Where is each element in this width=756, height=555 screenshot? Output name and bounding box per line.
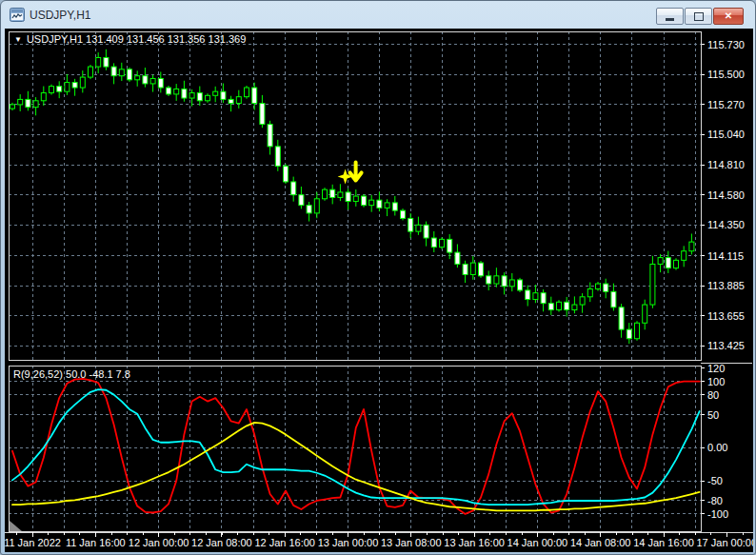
titlebar[interactable]: USDJPY,H1 ✕ bbox=[1, 1, 755, 29]
bear-candle bbox=[111, 67, 116, 76]
bear-candle bbox=[307, 206, 311, 213]
bull-candle bbox=[10, 105, 15, 109]
bear-candle bbox=[260, 104, 265, 125]
chevron-down-icon[interactable]: ▼ bbox=[14, 35, 22, 44]
bull-candle bbox=[470, 263, 475, 274]
time-tick-label: 13 Jan 00:00 bbox=[318, 537, 379, 548]
osc-tick-label: -80 bbox=[707, 495, 723, 506]
close-button[interactable]: ✕ bbox=[713, 8, 744, 25]
minimize-icon bbox=[666, 18, 674, 21]
bear-candle bbox=[487, 276, 491, 284]
bear-candle bbox=[362, 196, 367, 206]
time-tick-label: 12 Jan 00:00 bbox=[129, 537, 189, 548]
bull-candle bbox=[323, 189, 328, 199]
window-title: USDJPY,H1 bbox=[30, 9, 90, 22]
bull-candle bbox=[96, 57, 101, 67]
time-tick-label: 12 Jan 16:00 bbox=[254, 537, 315, 548]
bull-candle bbox=[557, 302, 562, 309]
bull-candle bbox=[314, 199, 319, 213]
time-tick-label: 12 Jan 08:00 bbox=[191, 537, 252, 548]
bear-candle bbox=[221, 91, 226, 99]
bear-candle bbox=[408, 218, 413, 231]
bull-candle bbox=[18, 99, 23, 104]
minimize-button[interactable] bbox=[656, 8, 684, 25]
bear-candle bbox=[518, 280, 523, 290]
bear-candle bbox=[299, 195, 304, 206]
indicator-label: R(9,26,52) 50.0 -48.1 7.8 bbox=[13, 368, 130, 380]
bear-candle bbox=[197, 93, 202, 101]
bear-candle bbox=[229, 99, 233, 103]
oscillator-line-mid bbox=[12, 389, 700, 505]
price-tick-label: 114.115 bbox=[707, 250, 744, 262]
bear-candle bbox=[431, 238, 436, 248]
bear-candle bbox=[627, 329, 631, 339]
chart-client-area[interactable]: 115.730115.500115.270115.040114.810114.5… bbox=[5, 29, 753, 552]
ohlc-header: ▼USDJPY,H1 131.409 131.456 131.356 131.3… bbox=[14, 33, 246, 45]
price-tick-label: 114.350 bbox=[707, 219, 745, 230]
bear-candle bbox=[158, 78, 163, 88]
bull-candle bbox=[119, 69, 124, 76]
pane-corner-triangle bbox=[10, 521, 22, 531]
indicator-pane-border bbox=[9, 366, 701, 531]
bear-candle bbox=[541, 293, 546, 304]
bear-candle bbox=[167, 88, 171, 94]
bull-candle bbox=[33, 101, 38, 108]
time-tick-label: 11 Jan 2022 bbox=[5, 537, 61, 548]
bear-candle bbox=[479, 263, 484, 276]
price-tick-label: 113.885 bbox=[707, 280, 745, 291]
bear-candle bbox=[128, 69, 132, 80]
time-tick-label: 14 Jan 16:00 bbox=[633, 537, 694, 548]
osc-tick-label: 120 bbox=[707, 363, 725, 374]
osc-tick-label: 50 bbox=[707, 409, 719, 421]
bull-candle bbox=[596, 284, 601, 288]
bull-candle bbox=[150, 78, 155, 83]
bear-candle bbox=[666, 258, 670, 268]
osc-tick-label: -50 bbox=[707, 475, 723, 486]
osc-tick-label: 0.00 bbox=[707, 442, 727, 453]
bear-candle bbox=[143, 76, 148, 84]
bull-candle bbox=[135, 76, 140, 80]
time-tick-label: 13 Jan 08:00 bbox=[381, 537, 442, 548]
bear-candle bbox=[463, 264, 468, 274]
bear-candle bbox=[182, 89, 187, 98]
bear-candle bbox=[330, 189, 335, 197]
bear-candle bbox=[604, 284, 608, 291]
bull-candle bbox=[650, 264, 655, 305]
bull-candle bbox=[689, 242, 694, 251]
bear-candle bbox=[346, 192, 350, 202]
bear-candle bbox=[252, 88, 257, 103]
bull-candle bbox=[416, 225, 421, 231]
bear-candle bbox=[104, 57, 109, 67]
bull-candle bbox=[587, 289, 592, 297]
price-tick-label: 115.040 bbox=[707, 129, 745, 140]
bear-candle bbox=[72, 83, 77, 88]
bull-candle bbox=[385, 203, 389, 208]
bull-candle bbox=[682, 251, 686, 261]
time-tick-label: 14 Jan 00:00 bbox=[507, 537, 568, 548]
bull-candle bbox=[41, 93, 46, 101]
restore-icon bbox=[694, 12, 704, 21]
main-pane-border bbox=[9, 31, 701, 360]
bull-candle bbox=[635, 323, 640, 338]
ohlc-text: USDJPY,H1 131.409 131.456 131.356 131.36… bbox=[27, 33, 246, 45]
close-icon: ✕ bbox=[725, 11, 732, 21]
bull-candle bbox=[65, 83, 70, 92]
bear-candle bbox=[401, 210, 406, 218]
time-tick-label: 14 Jan 08:00 bbox=[570, 537, 631, 548]
price-tick-label: 113.655 bbox=[707, 310, 745, 322]
bear-candle bbox=[275, 147, 280, 167]
bull-candle bbox=[174, 89, 179, 93]
restore-button[interactable] bbox=[685, 8, 712, 25]
price-tick-label: 115.500 bbox=[707, 69, 745, 80]
chart-canvas[interactable]: 115.730115.500115.270115.040114.810114.5… bbox=[5, 29, 753, 552]
bull-candle bbox=[245, 88, 249, 97]
bull-candle bbox=[338, 192, 343, 197]
bear-candle bbox=[424, 225, 428, 238]
bull-candle bbox=[89, 67, 93, 77]
chart-window: USDJPY,H1 ✕ 115.730115.500115.270115.040… bbox=[0, 0, 756, 555]
bear-candle bbox=[392, 203, 397, 210]
bull-candle bbox=[440, 239, 445, 247]
osc-tick-label: 100 bbox=[707, 376, 725, 387]
bear-candle bbox=[502, 276, 507, 287]
bull-candle bbox=[50, 87, 54, 93]
